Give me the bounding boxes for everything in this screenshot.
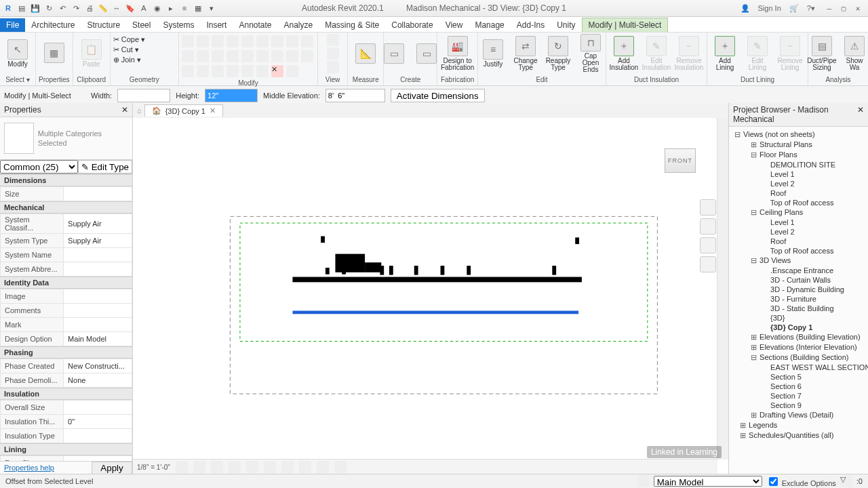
design-to-fabrication[interactable]: 🏭Design toFabrication xyxy=(443,34,473,73)
tree-node[interactable]: 3D - Curtain Walls xyxy=(730,275,867,285)
tab-collaborate[interactable]: Collaborate xyxy=(385,18,439,32)
justify-button[interactable]: ≡Justify xyxy=(478,34,508,73)
scale-icon[interactable] xyxy=(301,35,313,47)
tree-node[interactable]: ⊞ Drafting Views (Detail) xyxy=(730,410,867,420)
tree-node[interactable]: {3D} Copy 1 xyxy=(730,323,867,332)
properties-button[interactable]: ▦ xyxy=(39,34,69,73)
edit-type-button[interactable]: ✎ Edit Type xyxy=(78,160,132,174)
tree-node[interactable]: Top of Roof access xyxy=(730,246,867,256)
split-icon[interactable] xyxy=(256,35,269,47)
prop-value[interactable]: Supply Air xyxy=(64,234,132,248)
prop-value[interactable] xyxy=(64,289,132,304)
tree-node[interactable]: {3D} xyxy=(730,313,867,323)
tree-node[interactable]: ⊟ Sections (Building Section) xyxy=(730,352,867,363)
create-similar[interactable]: ▭ xyxy=(379,34,409,73)
rotate-icon[interactable] xyxy=(212,35,224,47)
move-icon[interactable] xyxy=(182,35,194,47)
cap-open-ends-button[interactable]: ⊓CapOpen Ends xyxy=(576,34,606,73)
tab-structure[interactable]: Structure xyxy=(81,18,126,32)
tab-view[interactable]: View xyxy=(439,18,469,32)
tab-modify-multi-select[interactable]: Modify | Multi-Select xyxy=(582,18,669,32)
close-button[interactable]: ✕ xyxy=(852,4,864,13)
prop-value[interactable] xyxy=(64,187,132,201)
3d-icon[interactable]: ◉ xyxy=(152,3,163,14)
props-group[interactable]: Identity Data xyxy=(0,277,132,289)
tab-file[interactable]: File xyxy=(0,18,25,32)
tab-insert[interactable]: Insert xyxy=(200,18,233,32)
help-icon[interactable]: ?▾ xyxy=(807,4,815,13)
prop-value[interactable] xyxy=(64,318,132,332)
tree-node[interactable]: Level 1 xyxy=(730,169,867,179)
activate-dimensions-button[interactable]: Activate Dimensions xyxy=(391,89,485,102)
tab-massing-site[interactable]: Massing & Site xyxy=(319,18,385,32)
tab-unity[interactable]: Unity xyxy=(551,18,581,32)
reveal-icon[interactable] xyxy=(334,461,347,473)
tab-annotate[interactable]: Annotate xyxy=(233,18,277,32)
tab-manage[interactable]: Manage xyxy=(469,18,510,32)
mid-elev-input[interactable] xyxy=(326,89,385,102)
wheel-icon[interactable] xyxy=(700,199,716,216)
join-button[interactable]: ⊕ Join ▾ xyxy=(113,56,145,64)
add-lining-button[interactable]: ＋AddLining xyxy=(710,34,740,73)
detail-level-icon[interactable] xyxy=(176,461,188,473)
view-tab-close-icon[interactable]: ✕ xyxy=(210,106,216,115)
viewcube[interactable]: FRONT xyxy=(656,144,704,178)
show-warnings-button[interactable]: ⚠ShowWa xyxy=(840,34,868,73)
tree-node[interactable]: EAST WEST WALL SECTION xyxy=(730,363,867,372)
undo-icon[interactable]: ↶ xyxy=(57,3,68,14)
duct-pipe-sizing-button[interactable]: ▤Duct/PipeSizing xyxy=(807,34,837,73)
tree-node[interactable]: 3D - Furniture xyxy=(730,294,867,304)
tree-root[interactable]: ⊟ Views (not on sheets) xyxy=(730,129,867,140)
home-icon[interactable]: ⌂ xyxy=(137,106,142,115)
height-input[interactable] xyxy=(205,89,258,102)
apply-button[interactable]: Apply xyxy=(92,462,132,474)
tab-systems[interactable]: Systems xyxy=(157,18,200,32)
tree-node[interactable]: Section 9 xyxy=(730,401,867,410)
prop-value[interactable]: 0" xyxy=(64,415,132,429)
extend-icon[interactable] xyxy=(241,35,254,47)
shadows-icon[interactable] xyxy=(229,461,241,473)
save-icon[interactable]: 💾 xyxy=(30,3,41,14)
tab-steel[interactable]: Steel xyxy=(126,18,157,32)
tree-node[interactable]: ⊟ 3D Views xyxy=(730,256,867,266)
unlock-icon[interactable] xyxy=(299,461,311,473)
measure-button[interactable]: 📐 xyxy=(351,34,380,73)
tree-node[interactable]: Section 6 xyxy=(730,382,867,391)
sign-in-link[interactable]: Sign In xyxy=(758,4,781,12)
active-view-tab[interactable]: 🏠 {3D} Copy 1 ✕ xyxy=(144,104,223,117)
tree-node[interactable]: ⊞ Legends xyxy=(730,420,867,430)
tree-node[interactable]: ⊞ Schedules/Quantities (all) xyxy=(730,430,867,441)
array-icon[interactable] xyxy=(271,35,283,47)
view-scale[interactable]: 1/8" = 1'-0" xyxy=(137,464,170,471)
tree-node[interactable]: ⊞ Structural Plans xyxy=(730,140,867,150)
properties-help-link[interactable]: Properties help xyxy=(0,462,92,474)
tree-node[interactable]: Level 2 xyxy=(730,179,867,188)
tree-node[interactable]: ⊟ Floor Plans xyxy=(730,150,867,160)
tree-node[interactable]: Roof xyxy=(730,188,867,198)
props-group[interactable]: Phasing xyxy=(0,346,132,359)
prop-value[interactable]: New Constructi... xyxy=(64,359,132,373)
reapply-type-button[interactable]: ↻ReapplyType xyxy=(543,34,573,73)
selection-filter-icon[interactable]: ▽ xyxy=(840,475,852,487)
prop-value[interactable] xyxy=(64,401,132,415)
print-icon[interactable]: 🖨 xyxy=(84,3,95,14)
tree-node[interactable]: Top of Roof access xyxy=(730,198,867,207)
mirror-icon[interactable] xyxy=(286,35,298,47)
prop-value[interactable]: Main Model xyxy=(64,332,132,346)
prop-value[interactable]: Supply Air xyxy=(64,214,132,234)
tree-node[interactable]: Section 5 xyxy=(730,372,867,382)
zoom-icon[interactable] xyxy=(700,237,716,253)
temp-hide-icon[interactable] xyxy=(317,461,329,473)
crop-visible-icon[interactable] xyxy=(281,461,294,473)
drawing-canvas[interactable]: FRONT xyxy=(133,118,728,460)
exclude-options-checkbox[interactable]: Exclude Options xyxy=(766,475,836,488)
vertical-scrollbar[interactable] xyxy=(717,118,728,460)
props-group[interactable]: Insulation xyxy=(0,388,132,400)
tree-node[interactable]: ⊞ Elevations (Interior Elevation) xyxy=(730,342,867,352)
project-browser-tree[interactable]: ⊟ Views (not on sheets)⊞ Structural Plan… xyxy=(729,127,868,474)
rendering-icon[interactable] xyxy=(246,461,258,473)
dim-icon[interactable]: ↔ xyxy=(111,3,122,14)
measure-icon[interactable]: 📏 xyxy=(98,3,108,14)
pan-icon[interactable] xyxy=(700,218,716,235)
tree-node[interactable]: Section 7 xyxy=(730,391,867,401)
